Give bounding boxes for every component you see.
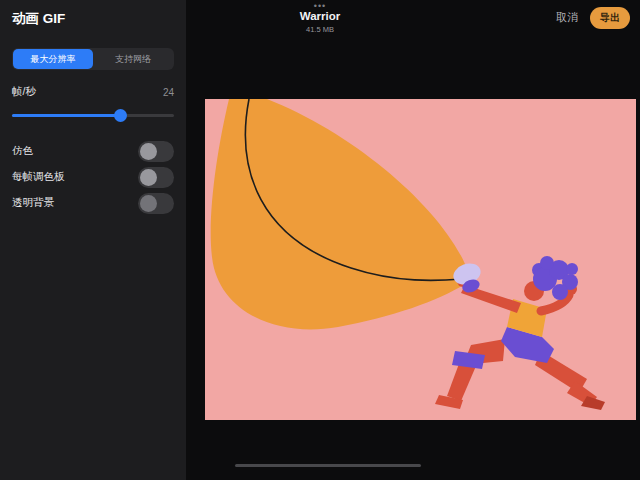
- panel-title: 动画 GIF: [12, 10, 174, 28]
- per-frame-palette-label: 每帧调色板: [12, 170, 65, 184]
- artwork-preview: [205, 99, 636, 420]
- per-frame-palette-toggle[interactable]: [138, 167, 174, 188]
- fps-slider-track: [12, 114, 174, 117]
- fps-value: 24: [163, 87, 174, 98]
- fps-slider-fill: [12, 114, 121, 117]
- toggle-knob: [140, 195, 157, 212]
- dithering-toggle[interactable]: [138, 141, 174, 162]
- transparent-background-toggle[interactable]: [138, 193, 174, 214]
- fps-label: 帧/秒: [12, 85, 36, 99]
- export-button[interactable]: 导出: [590, 7, 630, 29]
- segment-max-resolution[interactable]: 最大分辨率: [13, 49, 93, 69]
- fps-slider[interactable]: [12, 108, 174, 122]
- dithering-label: 仿色: [12, 144, 33, 158]
- toggle-knob: [140, 169, 157, 186]
- per-frame-palette-row: 每帧调色板: [12, 164, 174, 190]
- transparent-background-row: 透明背景: [12, 190, 174, 216]
- cancel-button[interactable]: 取消: [556, 10, 578, 25]
- resolution-segmented-control: 最大分辨率 支持网络: [12, 48, 174, 70]
- toggle-knob: [140, 143, 157, 160]
- gif-settings-panel: 动画 GIF 最大分辨率 支持网络 帧/秒 24 仿色 每帧调色板 透明背景: [0, 0, 186, 480]
- gif-export-screen: ••• Warrior 41.5 MB 取消 导出 动画 GIF 最大分辨率 支…: [0, 0, 640, 480]
- fps-slider-thumb[interactable]: [114, 109, 127, 122]
- segment-web-ready[interactable]: 支持网络: [93, 49, 173, 69]
- warrior-illustration: [205, 99, 636, 420]
- timeline-scrollbar[interactable]: [235, 464, 421, 467]
- transparent-background-label: 透明背景: [12, 196, 54, 210]
- fps-row: 帧/秒 24: [12, 85, 174, 99]
- dithering-row: 仿色: [12, 138, 174, 164]
